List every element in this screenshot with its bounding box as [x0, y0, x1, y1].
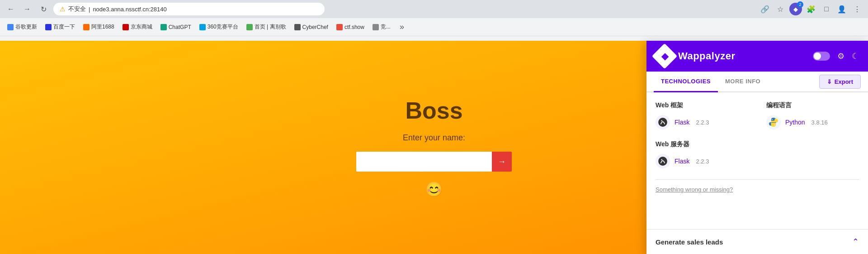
- share-icon[interactable]: 🔗: [759, 3, 771, 15]
- tech-sections-row: Web 框架 Flask 2.2.3: [656, 101, 859, 129]
- python-version: 3.8.16: [811, 119, 828, 126]
- web-server-title: Web 服务器: [656, 140, 859, 149]
- wappalyzer-logo-inner: ◆: [661, 51, 668, 62]
- browser-top-bar: ← → ↻ ⚠ 不安全 | node3.anna.nssctf.cn:28140…: [0, 0, 868, 18]
- bookmark-360[interactable]: 360竞赛平台: [196, 21, 242, 33]
- export-button[interactable]: ⇓ Export: [819, 75, 861, 89]
- settings-icon[interactable]: ⚙: [837, 51, 844, 61]
- report-link[interactable]: Something wrong or missing?: [656, 186, 733, 193]
- puzzle-icon[interactable]: 🧩: [805, 3, 817, 15]
- bookmark-label: ctf.show: [344, 24, 364, 30]
- bookmark-label: 京东商城: [131, 23, 152, 31]
- bookmark-chatgpt[interactable]: ChatGPT: [157, 22, 195, 32]
- flask-server-version: 2.2.3: [696, 158, 709, 165]
- browser-chrome: ← → ↻ ⚠ 不安全 | node3.anna.nssctf.cn:28140…: [0, 0, 868, 41]
- flask-server-name[interactable]: Flask: [675, 158, 689, 165]
- submit-button[interactable]: →: [492, 152, 512, 172]
- bookmarks-more-button[interactable]: »: [397, 21, 407, 33]
- window-icon[interactable]: □: [820, 3, 833, 15]
- address-bar[interactable]: ⚠ 不安全 | node3.anna.nssctf.cn:28140: [53, 3, 325, 15]
- bookmark-label: 360竞赛平台: [208, 23, 238, 31]
- flask-name[interactable]: Flask: [675, 119, 689, 126]
- moon-icon[interactable]: ☾: [852, 51, 859, 61]
- sales-title: Generate sales leads: [656, 238, 723, 246]
- bookmark-favicon: [7, 24, 14, 30]
- bookmark-label: CyberChef: [302, 24, 328, 30]
- panel-content: Web 框架 Flask 2.2.3: [646, 92, 868, 229]
- bookmark-baidu[interactable]: 百度一下: [42, 21, 79, 33]
- extension-icon: ◆: [793, 6, 798, 13]
- flask-server-item: Flask 2.2.3: [656, 154, 859, 168]
- back-button[interactable]: ←: [5, 3, 17, 15]
- export-label: Export: [835, 78, 853, 85]
- bookmark-favicon: [83, 24, 90, 30]
- panel-title: Wappalyzer: [678, 50, 735, 62]
- bookmark-favicon: [336, 24, 343, 30]
- programming-language-section: 编程语言 Python 3.8.16: [766, 101, 859, 129]
- svg-point-2: [772, 119, 773, 120]
- bookmark-jd[interactable]: 京东商城: [119, 21, 156, 33]
- bookmark-icon[interactable]: ☆: [774, 3, 787, 15]
- main-area: Boss Enter your name: → 😊 ◆ Wappalyzer ⚙…: [0, 41, 868, 254]
- python-logo: [766, 115, 781, 129]
- divider: [656, 179, 859, 180]
- bookmark-ctfshow[interactable]: ctf.show: [333, 22, 368, 32]
- python-name[interactable]: Python: [785, 119, 805, 126]
- extension-count: 2: [797, 1, 803, 8]
- page-title: Boss: [405, 97, 462, 124]
- toggle-switch[interactable]: [813, 52, 830, 61]
- extension-badge[interactable]: ◆ 2: [789, 3, 802, 15]
- forward-button[interactable]: →: [21, 3, 33, 15]
- tab-technologies[interactable]: TECHNOLOGIES: [654, 72, 718, 92]
- bookmark-label: 阿里1688: [91, 23, 114, 31]
- panel-tabs: TECHNOLOGIES MORE INFO ⇓ Export: [646, 72, 868, 92]
- browser-right-icons: 🔗 ☆ ◆ 2 🧩 □ 👤 ⋮: [759, 3, 863, 15]
- svg-point-4: [658, 157, 667, 166]
- input-row: →: [356, 152, 512, 172]
- bookmark-label: ChatGPT: [169, 24, 191, 30]
- url-text: |: [89, 6, 90, 13]
- panel-header-icons: ⚙ ☾: [813, 51, 859, 61]
- url-display: node3.anna.nssctf.cn:28140: [93, 6, 166, 13]
- web-framework-title: Web 框架: [656, 101, 748, 110]
- bookmark-favicon: [160, 24, 167, 30]
- flask-version: 2.2.3: [696, 119, 709, 126]
- bookmark-label: 首页 | 离别歌: [255, 23, 286, 31]
- flask-logo: [656, 115, 670, 129]
- bookmark-favicon: [294, 24, 301, 30]
- sales-section: Generate sales leads ⌃: [646, 229, 868, 254]
- panel-logo: ◆ Wappalyzer: [656, 47, 735, 65]
- python-item: Python 3.8.16: [766, 115, 859, 129]
- bookmark-more[interactable]: 竞...: [369, 21, 394, 33]
- svg-point-3: [774, 125, 775, 125]
- programming-language-title: 编程语言: [766, 101, 859, 110]
- bookmark-cyberchef[interactable]: CyberChef: [291, 22, 332, 32]
- tab-more-info[interactable]: MORE INFO: [718, 72, 768, 92]
- flask-framework-item: Flask 2.2.3: [656, 115, 748, 129]
- bookmark-ali1688[interactable]: 阿里1688: [80, 21, 118, 33]
- menu-icon[interactable]: ⋮: [851, 3, 863, 15]
- name-input[interactable]: [356, 152, 492, 172]
- profile-icon[interactable]: 👤: [835, 3, 848, 15]
- emoji-face: 😊: [425, 181, 443, 198]
- svg-point-0: [658, 118, 667, 127]
- svg-point-5: [661, 159, 662, 160]
- bookmark-favicon: [45, 24, 52, 30]
- security-label: 不安全: [68, 5, 86, 13]
- bookmark-google-update[interactable]: 谷歌更新: [4, 21, 41, 33]
- bookmark-favicon: [123, 24, 129, 30]
- panel-header: ◆ Wappalyzer ⚙ ☾: [646, 41, 868, 72]
- download-icon: ⇓: [827, 78, 832, 85]
- page-subtitle: Enter your name:: [403, 133, 465, 143]
- wappalyzer-logo-diamond: ◆: [652, 43, 678, 69]
- bookmark-lbg[interactable]: 首页 | 离别歌: [243, 21, 290, 33]
- bookmark-label: 百度一下: [53, 23, 75, 31]
- svg-point-1: [661, 120, 662, 121]
- bookmark-favicon: [246, 24, 253, 30]
- bookmark-favicon: [199, 24, 206, 30]
- reload-button[interactable]: ↻: [37, 3, 50, 15]
- flask-server-logo: [656, 154, 670, 168]
- wappalyzer-panel: ◆ Wappalyzer ⚙ ☾ TECHNOLOGIES MORE INFO …: [646, 41, 868, 254]
- chevron-up-icon[interactable]: ⌃: [852, 237, 859, 247]
- security-warning-icon: ⚠: [60, 5, 66, 13]
